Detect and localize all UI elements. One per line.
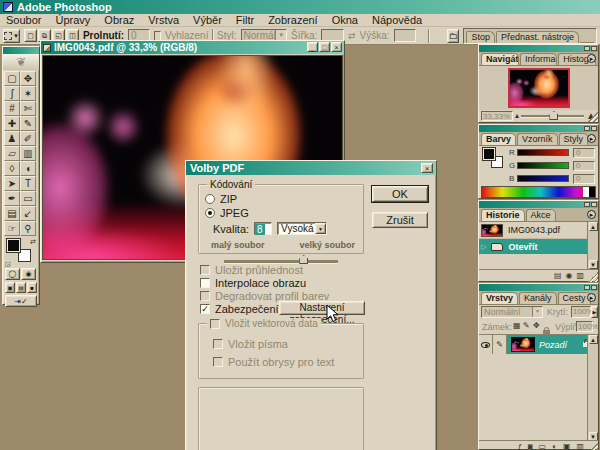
tab-historie[interactable]: Historie <box>481 209 525 221</box>
color-spectrum-bar[interactable] <box>481 186 596 198</box>
fill-field[interactable]: 100% <box>576 321 593 332</box>
history-scrollbar[interactable]: ▲ ▼ <box>587 222 598 269</box>
well-tab-tool-presets[interactable]: Přednast. nástroje <box>496 31 579 43</box>
palette-close-button[interactable] <box>591 126 597 131</box>
scroll-up-icon[interactable]: ▲ <box>589 335 598 344</box>
tab-kanaly[interactable]: Kanály <box>519 292 557 304</box>
navigator-thumbnail[interactable] <box>508 68 570 108</box>
magic-wand-tool[interactable]: ✶ <box>20 86 36 101</box>
layers-scrollbar[interactable]: ▲ ▼ <box>587 335 598 441</box>
embed-fonts-row[interactable]: Vložit písma <box>213 338 288 350</box>
outlines-checkbox[interactable] <box>213 357 223 367</box>
resize-grip[interactable] <box>588 272 598 282</box>
dialog-titlebar[interactable]: Volby PDF × <box>186 161 436 175</box>
zoom-out-icon[interactable]: ▴ <box>515 112 519 120</box>
outlines-row[interactable]: Použít obrysy pro text <box>213 356 334 368</box>
menu-napoveda[interactable]: Nápověda <box>372 14 422 26</box>
foreground-color-swatch[interactable] <box>483 148 495 160</box>
swap-dimensions-icon[interactable]: ⇄ <box>348 31 356 41</box>
selection-new-button[interactable]: ▢ <box>24 29 37 42</box>
save-transparency-checkbox[interactable] <box>200 265 210 275</box>
zip-radio[interactable] <box>205 194 215 204</box>
path-selection-tool[interactable]: ➤ <box>4 176 20 191</box>
save-transparency-row[interactable]: Uložit průhlednost <box>200 264 303 276</box>
palette-close-button[interactable] <box>591 285 597 290</box>
lock-transparency-icon[interactable]: ▦ <box>513 322 521 330</box>
history-state-row[interactable]: ▷ Otevřít <box>479 239 598 254</box>
jpeg-radio-row[interactable]: JPEG <box>205 207 249 219</box>
cancel-button[interactable]: Zrušit <box>372 212 428 228</box>
palette-minimize-button[interactable] <box>584 202 590 207</box>
opacity-field[interactable]: 100% <box>571 306 591 318</box>
height-field[interactable] <box>394 29 417 42</box>
minimize-button[interactable]: _ <box>307 42 318 52</box>
tab-navigator[interactable]: Navigátor <box>481 53 519 65</box>
palette-minimize-button[interactable] <box>584 46 590 51</box>
layer-style-icon[interactable]: ƒ <box>517 443 521 450</box>
zoom-percent-field[interactable]: 33,33% <box>481 111 513 121</box>
layer-row-background[interactable]: ✎ Pozadí <box>479 335 598 354</box>
new-document-from-state-icon[interactable]: ▤ <box>554 272 562 280</box>
history-snapshot-row[interactable]: IMG0043.pdf <box>479 222 598 239</box>
maximize-button[interactable]: □ <box>319 42 330 52</box>
slice-tool[interactable]: ✄ <box>20 101 36 116</box>
close-button[interactable]: × <box>331 42 342 52</box>
delete-state-icon[interactable]: ▥ <box>576 272 584 280</box>
tab-akce[interactable]: Akce <box>526 209 556 221</box>
notes-tool[interactable]: ▤ <box>4 206 20 221</box>
history-titlebar[interactable] <box>479 201 598 208</box>
eyedropper-tool[interactable]: ↙ <box>20 206 36 221</box>
zip-radio-row[interactable]: ZIP <box>205 193 237 205</box>
menu-filtr[interactable]: Filtr <box>236 14 254 26</box>
pdf-security-checkbox[interactable]: ✓ <box>200 304 210 314</box>
quality-preset-select[interactable]: Vysoká ▼ <box>277 222 327 235</box>
blend-mode-select[interactable]: Normální ▼ <box>481 306 543 318</box>
palette-close-button[interactable] <box>591 202 597 207</box>
delete-layer-icon[interactable]: ▥ <box>576 443 584 450</box>
palette-menu-icon[interactable]: ► <box>587 54 596 63</box>
healing-brush-tool[interactable]: ✚ <box>4 116 20 131</box>
tab-styly[interactable]: Styly <box>559 133 589 145</box>
history-source-icon[interactable]: ▷ <box>481 243 486 251</box>
default-colors-icon[interactable]: ◲ <box>5 261 11 267</box>
rectangular-marquee-tool[interactable]: ▢ <box>4 71 20 86</box>
fullscreen-menubar-button[interactable]: ▤ <box>16 282 26 293</box>
quickmask-mode-button[interactable]: ◉ <box>21 268 36 280</box>
adjustment-layer-icon[interactable]: ◐ <box>552 443 557 450</box>
hand-tool[interactable]: ☞ <box>4 221 20 236</box>
ok-button[interactable]: OK <box>372 186 428 202</box>
resize-grip[interactable] <box>588 112 598 122</box>
quality-slider-track[interactable] <box>224 260 338 263</box>
move-tool[interactable]: ✥ <box>20 71 36 86</box>
tab-cesty[interactable]: Cesty <box>558 292 591 304</box>
menu-okna[interactable]: Okna <box>332 14 358 26</box>
quality-input[interactable]: 8 <box>254 222 272 235</box>
tab-vzornik[interactable]: Vzorník <box>517 133 558 145</box>
document-titlebar[interactable]: IMG0043.pdf @ 33,3% (RGB/8) _ □ × <box>41 41 344 54</box>
colors-titlebar[interactable] <box>479 125 598 132</box>
image-interpolation-row[interactable]: Interpolace obrazu <box>200 277 306 289</box>
brush-tool[interactable]: ✎ <box>20 116 36 131</box>
lock-pixels-icon[interactable]: ✎ <box>523 322 530 330</box>
security-settings-button[interactable]: Nastavení zabezpečení... <box>279 301 365 315</box>
swap-colors-icon[interactable]: ⇄ <box>30 238 36 245</box>
toolbox-titlebar[interactable] <box>3 47 39 54</box>
well-tab-partial[interactable] <box>580 42 594 43</box>
jpeg-radio[interactable] <box>205 208 215 218</box>
pen-tool[interactable]: ✒ <box>4 191 20 206</box>
shape-tool[interactable]: ▭ <box>20 191 36 206</box>
type-tool[interactable]: T <box>20 176 36 191</box>
clone-stamp-tool[interactable]: ♟ <box>4 131 20 146</box>
blur-tool[interactable]: ◊ <box>4 161 20 176</box>
scroll-up-icon[interactable]: ▲ <box>589 222 598 231</box>
eraser-tool[interactable]: ▱ <box>4 146 20 161</box>
layer-mask-icon[interactable]: ◙ <box>528 443 533 450</box>
palette-menu-icon[interactable]: ► <box>587 134 596 143</box>
quality-slider-thumb[interactable] <box>299 255 308 264</box>
navigator-zoom-slider[interactable] <box>521 115 584 117</box>
tab-vrstvy[interactable]: Vrstvy <box>481 292 518 304</box>
menu-vyber[interactable]: Výběr <box>193 14 222 26</box>
well-tab-stopy[interactable]: Stop <box>466 31 495 43</box>
history-brush-tool[interactable]: ✐ <box>20 131 36 146</box>
close-icon[interactable]: × <box>421 163 433 173</box>
